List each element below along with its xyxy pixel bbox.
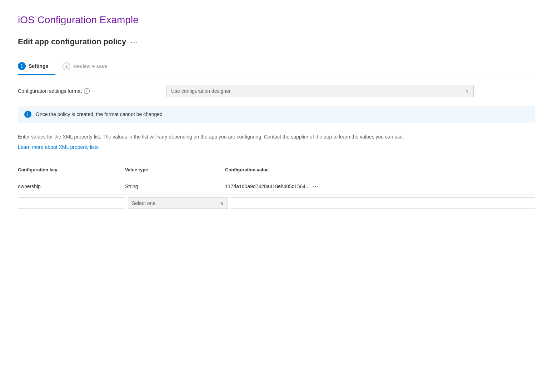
table-header-value-type: Value type: [125, 166, 225, 174]
section-header: Edit app configuration policy ···: [18, 37, 535, 46]
config-format-label: Configuration settings format i: [18, 88, 161, 94]
new-row-value-type-placeholder: Select one: [132, 200, 155, 206]
table-new-row: Select one ∨: [18, 195, 535, 212]
table-cell-value-type: String: [125, 182, 225, 191]
table-row-more-options-button[interactable]: ···: [313, 184, 319, 189]
section-title: Edit app configuration policy: [18, 37, 126, 46]
tab-review-save-number: 2: [63, 62, 70, 70]
tab-settings[interactable]: 1 Settings: [18, 58, 55, 75]
info-banner-icon: i: [24, 111, 31, 118]
new-row-key-input[interactable]: [18, 197, 125, 209]
config-format-dropdown[interactable]: Use configuration designer ∨: [166, 85, 474, 97]
config-format-info-icon[interactable]: i: [84, 88, 90, 94]
table-header-row: Configuration key Value type Configurati…: [18, 163, 535, 177]
tab-review-save-label: Review + save: [73, 64, 107, 69]
config-format-dropdown-value: Use configuration designer: [171, 88, 231, 94]
page-title: iOS Configuration Example: [18, 14, 535, 26]
tab-settings-label: Settings: [29, 63, 48, 69]
config-format-label-text: Configuration settings format: [18, 88, 82, 94]
config-table: Configuration key Value type Configurati…: [18, 163, 535, 212]
more-options-button[interactable]: ···: [130, 38, 139, 45]
config-format-chevron-icon: ∨: [466, 89, 469, 94]
table-header-key: Configuration key: [18, 166, 125, 174]
info-banner-message: Once the policy is created, the format c…: [36, 111, 163, 117]
tab-review-save[interactable]: 2 Review + save: [63, 58, 114, 75]
table-cell-config-value: 117da1d0a9d7428a418eb405c1564... ···: [225, 182, 535, 191]
learn-more-link[interactable]: Learn more about XML property lists: [18, 144, 99, 150]
new-row-value-type-chevron-icon: ∨: [220, 200, 224, 206]
table-cell-key: ownership: [18, 182, 125, 191]
table-header-config-value: Configuration value: [225, 166, 535, 174]
tabs-container: 1 Settings 2 Review + save: [18, 58, 535, 75]
table-row: ownership String 117da1d0a9d7428a418eb40…: [18, 179, 535, 195]
table-cell-config-value-text: 117da1d0a9d7428a418eb405c1564...: [225, 184, 310, 189]
description-text: Enter values for the XML property list. …: [18, 133, 447, 141]
tab-settings-number: 1: [18, 62, 26, 70]
new-row-value-input[interactable]: [231, 197, 535, 209]
config-format-row: Configuration settings format i Use conf…: [18, 85, 535, 97]
info-banner: i Once the policy is created, the format…: [18, 106, 535, 123]
new-row-value-type-dropdown[interactable]: Select one ∨: [128, 197, 228, 209]
